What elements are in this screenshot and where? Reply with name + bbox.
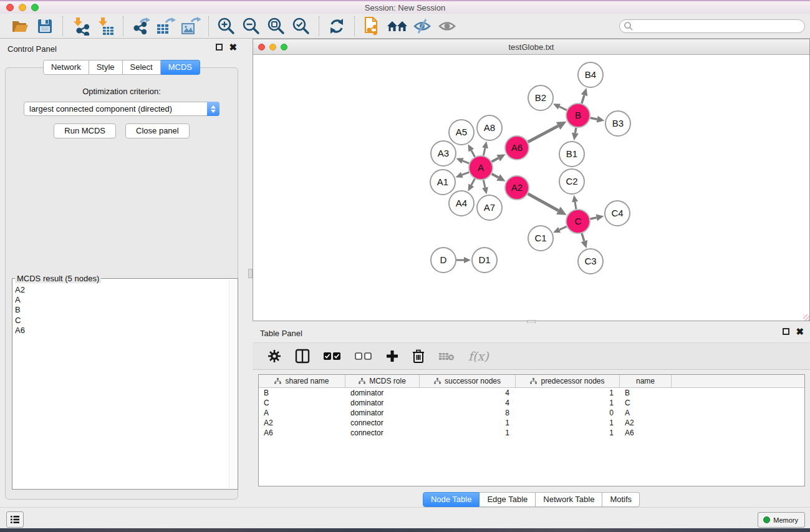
- graph-node-B[interactable]: B: [566, 104, 590, 127]
- split-columns-icon[interactable]: [295, 349, 310, 364]
- criterion-dropdown[interactable]: largest connected component (directed): [24, 102, 219, 116]
- edge-C-C3[interactable]: [582, 233, 584, 241]
- table-cell[interactable]: 1: [516, 418, 620, 428]
- result-item[interactable]: A6: [15, 326, 228, 336]
- gear-icon[interactable]: [268, 349, 281, 363]
- column-header-name[interactable]: name: [620, 375, 672, 387]
- graph-node-C3[interactable]: C3: [578, 249, 603, 274]
- zoom-selected-icon[interactable]: [289, 16, 314, 37]
- graph-node-C[interactable]: C: [566, 210, 590, 233]
- graph-node-C2[interactable]: C2: [559, 169, 584, 194]
- add-column-icon[interactable]: [386, 350, 398, 362]
- open-folder-icon[interactable]: [7, 16, 32, 37]
- edge-A-A1[interactable]: [462, 172, 469, 175]
- export-network-icon[interactable]: [128, 16, 153, 37]
- table-cell[interactable]: A: [620, 408, 672, 418]
- zoom-in-icon[interactable]: [214, 16, 239, 37]
- result-item[interactable]: A: [15, 295, 228, 305]
- deselect-all-icon[interactable]: [355, 352, 372, 360]
- edge-C-C1[interactable]: [559, 226, 567, 230]
- column-header-predecessor-nodes[interactable]: predecessor nodes: [516, 375, 620, 387]
- network-graph[interactable]: B4B2BB3A5A8A6A3AB1A1C2A2A4A7C4CC1C3DD1: [253, 56, 809, 321]
- table-cell[interactable]: C: [259, 398, 345, 408]
- panel-divider-grip[interactable]: [248, 269, 253, 278]
- search-field[interactable]: [619, 19, 805, 33]
- select-all-icon[interactable]: [324, 352, 341, 360]
- node-table[interactable]: shared nameMCDS rolesuccessor nodesprede…: [258, 374, 805, 486]
- graph-node-B1[interactable]: B1: [559, 142, 584, 167]
- table-cell[interactable]: 4: [420, 388, 516, 398]
- table-row[interactable]: A6connector11A6: [259, 428, 804, 438]
- graph-node-D1[interactable]: D1: [472, 248, 497, 273]
- graph-node-D[interactable]: D: [431, 248, 456, 273]
- open-session-file-icon[interactable]: [360, 16, 385, 37]
- export-table-icon[interactable]: [153, 16, 178, 37]
- close-panel-button[interactable]: Close panel: [125, 123, 190, 138]
- graph-node-B4[interactable]: B4: [578, 62, 603, 87]
- network-canvas[interactable]: B4B2BB3A5A8A6A3AB1A1C2A2A4A7C4CC1C3DD1: [253, 56, 809, 321]
- table-cell[interactable]: A6: [259, 428, 345, 438]
- table-cell[interactable]: A: [259, 408, 345, 418]
- tab-network[interactable]: Network: [43, 60, 89, 75]
- result-item[interactable]: C: [15, 316, 228, 326]
- hide-graphics-icon[interactable]: [410, 16, 435, 37]
- result-scrollbar[interactable]: [229, 279, 237, 488]
- window-resize-grip[interactable]: [803, 314, 809, 321]
- edge-A2-C[interactable]: [528, 194, 559, 211]
- mcds-result-list[interactable]: A2ABCA6: [15, 285, 228, 488]
- table-cell[interactable]: A6: [620, 428, 672, 438]
- tab-motifs[interactable]: Motifs: [602, 492, 640, 507]
- edge-B-B2[interactable]: [559, 107, 567, 110]
- graph-node-A5[interactable]: A5: [449, 120, 474, 145]
- edge-A-A7[interactable]: [483, 180, 485, 188]
- column-header-successor-nodes[interactable]: successor nodes: [420, 375, 516, 387]
- graph-node-B3[interactable]: B3: [605, 111, 630, 136]
- edge-B-B1[interactable]: [575, 128, 576, 133]
- column-header-shared-name[interactable]: shared name: [259, 375, 345, 387]
- edge-A-A3[interactable]: [463, 161, 470, 163]
- edge-A-A8[interactable]: [483, 148, 485, 155]
- edge-A-A4[interactable]: [471, 179, 475, 185]
- float-panel-icon[interactable]: [216, 44, 223, 51]
- import-table-icon[interactable]: [93, 16, 118, 37]
- table-cell[interactable]: B: [620, 388, 672, 398]
- edge-C-C2[interactable]: [575, 202, 576, 210]
- network-window-titlebar[interactable]: testGlobe.txt: [253, 39, 809, 55]
- graph-node-A8[interactable]: A8: [477, 115, 502, 140]
- table-cell[interactable]: 1: [516, 428, 620, 438]
- table-cell[interactable]: 1: [516, 388, 620, 398]
- export-image-icon[interactable]: [178, 16, 203, 37]
- edge-B-B3[interactable]: [591, 118, 597, 119]
- graph-node-A4[interactable]: A4: [449, 191, 474, 216]
- table-cell[interactable]: A2: [259, 418, 345, 428]
- table-cell[interactable]: dominator: [345, 408, 420, 418]
- memory-button[interactable]: Memory: [758, 512, 805, 528]
- result-item[interactable]: B: [15, 305, 228, 315]
- column-header-mcds-role[interactable]: MCDS role: [345, 375, 420, 387]
- edge-B-B4[interactable]: [582, 95, 584, 103]
- graph-node-A7[interactable]: A7: [477, 195, 502, 220]
- edge-C-C4[interactable]: [591, 218, 597, 219]
- table-cell[interactable]: 8: [420, 408, 516, 418]
- tab-style[interactable]: Style: [89, 60, 123, 75]
- table-row[interactable]: Bdominator41B: [259, 388, 804, 398]
- table-cell[interactable]: 1: [420, 428, 516, 438]
- edge-A-A6[interactable]: [492, 158, 499, 162]
- graph-node-C4[interactable]: C4: [605, 201, 630, 226]
- table-row[interactable]: Adominator80A: [259, 408, 804, 418]
- graph-node-A1[interactable]: A1: [430, 170, 455, 195]
- import-network-icon[interactable]: [68, 16, 93, 37]
- search-input[interactable]: [634, 21, 804, 32]
- table-row[interactable]: Cdominator41C: [259, 398, 804, 408]
- delete-column-icon[interactable]: [412, 349, 425, 363]
- table-cell[interactable]: connector: [345, 418, 420, 428]
- zoom-out-icon[interactable]: [239, 16, 264, 37]
- table-cell[interactable]: 1: [516, 398, 620, 408]
- graph-node-A2[interactable]: A2: [505, 176, 529, 200]
- float-panel-icon[interactable]: [783, 328, 789, 335]
- table-cell[interactable]: 0: [516, 408, 620, 418]
- table-cell[interactable]: A2: [620, 418, 672, 428]
- graph-node-A3[interactable]: A3: [431, 141, 456, 166]
- table-cell[interactable]: 1: [420, 418, 516, 428]
- table-cell[interactable]: C: [620, 398, 672, 408]
